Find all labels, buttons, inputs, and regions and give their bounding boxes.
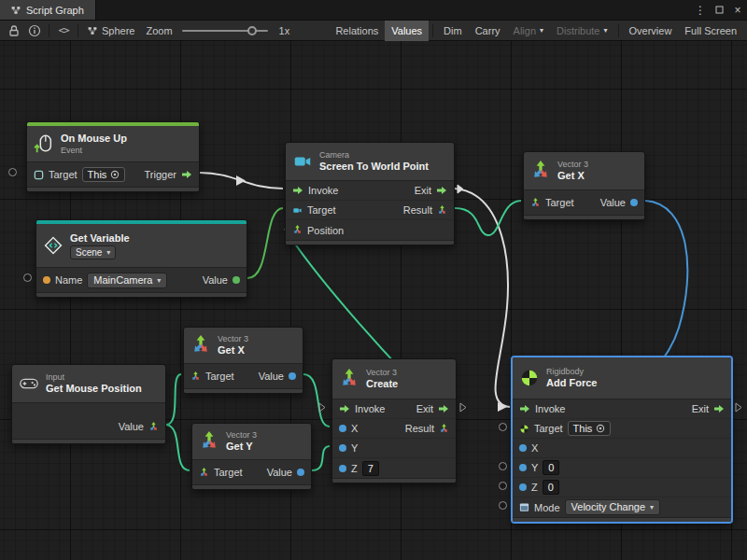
maximize-icon[interactable]: [710, 0, 728, 20]
exec-in-icon[interactable]: [339, 404, 350, 413]
overview-button[interactable]: Overview: [623, 21, 679, 41]
float-port-icon[interactable]: [519, 444, 527, 452]
float-port-icon[interactable]: [339, 465, 346, 472]
y-input[interactable]: 0: [543, 460, 559, 475]
node-header: Vector 3 Get X: [184, 328, 303, 363]
wire-mouse-to-gety-target[interactable]: [166, 425, 190, 470]
node-get-x-top[interactable]: Vector 3 Get X Target Value: [523, 151, 645, 220]
this-chip[interactable]: This: [82, 167, 126, 182]
kebab-menu-icon[interactable]: ⋮: [691, 0, 710, 20]
float-port-icon[interactable]: [519, 464, 527, 471]
node-footer: [27, 187, 199, 191]
vector3-port-icon[interactable]: [437, 205, 447, 216]
variable-name-value: MainCamera: [93, 274, 152, 287]
port-pin[interactable]: [499, 423, 507, 431]
vector3-port-icon[interactable]: [148, 422, 159, 432]
exec-out-icon[interactable]: [181, 170, 192, 179]
vector3-port-icon[interactable]: [199, 468, 209, 478]
node-add-force[interactable]: Rigidbody Add Force Invoke Exit Target T…: [512, 357, 732, 523]
port-pin[interactable]: [499, 482, 507, 490]
node-on-mouse-up[interactable]: On Mouse Up Event Target This Trigger: [26, 121, 200, 192]
zoom-slider[interactable]: [182, 30, 268, 32]
port-row-z: Z 0: [513, 478, 731, 497]
exec-in-icon[interactable]: [519, 404, 530, 413]
port-label: Value: [259, 371, 284, 382]
relations-button[interactable]: Relations: [329, 21, 385, 41]
exec-out-icon[interactable]: [438, 404, 449, 413]
node-title: Get X: [557, 170, 588, 182]
port-label: X: [351, 423, 358, 434]
full-screen-button[interactable]: Full Screen: [678, 21, 743, 41]
dropdown-caret-icon: ▾: [157, 274, 161, 287]
this-chip[interactable]: This: [568, 421, 612, 436]
exec-out-icon[interactable]: [436, 186, 447, 195]
port-pin[interactable]: [499, 462, 507, 470]
z-input[interactable]: 0: [543, 480, 559, 495]
wire-mouse-to-getx-target[interactable]: [166, 374, 181, 425]
carry-button[interactable]: Carry: [469, 21, 507, 41]
float-port-icon[interactable]: [339, 425, 346, 432]
graph-context[interactable]: Sphere: [82, 21, 140, 41]
target-dot-icon: [596, 424, 605, 433]
target-dot-icon: [110, 170, 120, 179]
distribute-button[interactable]: Distribute▾: [550, 21, 613, 41]
close-icon[interactable]: ×: [728, 0, 747, 20]
port-pin[interactable]: [499, 501, 507, 510]
node-screen-to-world-point[interactable]: Camera Screen To World Point Invoke Exit…: [285, 142, 455, 245]
node-header: Vector 3 Get X: [524, 152, 644, 189]
vector3-icon: [190, 335, 211, 356]
node-get-x[interactable]: Vector 3 Get X Target Value: [183, 327, 303, 394]
node-create-vector3[interactable]: Vector 3 Create Invoke Exit X Result: [331, 358, 457, 483]
align-button[interactable]: Align▾: [507, 21, 550, 41]
code-icon[interactable]: <>: [53, 21, 74, 41]
z-input[interactable]: 7: [362, 461, 379, 476]
mode-dropdown[interactable]: Velocity Change ▾: [565, 499, 661, 515]
node-get-y[interactable]: Vector 3 Get Y Target Value: [191, 423, 312, 490]
float-port-icon[interactable]: [297, 469, 304, 476]
wire-gety-to-create-y[interactable]: [312, 446, 330, 470]
wire-getx-to-create-x[interactable]: [303, 374, 330, 427]
float-port-icon[interactable]: [630, 199, 638, 206]
float-port-icon[interactable]: [519, 483, 527, 491]
wire-exit-to-addforce-invoke[interactable]: [455, 189, 510, 407]
rigidbody-type-icon[interactable]: [519, 424, 529, 434]
vector3-port-icon[interactable]: [530, 198, 541, 208]
zoom-slider-handle[interactable]: [247, 26, 257, 35]
zoom-label: Zoom: [146, 25, 172, 36]
vector3-port-icon[interactable]: [292, 225, 303, 235]
values-button[interactable]: Values: [385, 21, 429, 41]
vector3-port-icon[interactable]: [439, 424, 449, 434]
object-port-icon[interactable]: [233, 276, 240, 284]
enum-icon[interactable]: [519, 502, 529, 512]
camera-type-icon[interactable]: [292, 205, 303, 216]
gameobject-icon: [34, 170, 44, 180]
dim-button[interactable]: Dim: [437, 21, 469, 41]
tab-script-graph[interactable]: Script Graph: [0, 0, 96, 20]
vector3-port-icon[interactable]: [190, 371, 201, 382]
zoom-level: 1x: [279, 25, 290, 36]
port-pin[interactable]: [8, 168, 17, 176]
float-port-icon[interactable]: [289, 372, 296, 380]
variable-scope-dropdown[interactable]: Scene ▾: [70, 245, 116, 259]
window-tab-bar: Script Graph ⋮ ×: [0, 0, 747, 21]
port-pin-triangle[interactable]: [735, 402, 742, 413]
graph-canvas[interactable]: On Mouse Up Event Target This Trigger: [0, 41, 747, 560]
port-pin-triangle[interactable]: [318, 402, 326, 413]
info-icon[interactable]: [24, 21, 45, 41]
exec-out-icon[interactable]: [713, 404, 725, 413]
variable-name-dropdown[interactable]: MainCamera ▾: [87, 273, 167, 288]
node-get-variable[interactable]: Get Variable Scene ▾ Name MainCamera ▾ V…: [35, 219, 247, 298]
float-port-icon[interactable]: [339, 444, 346, 452]
port-pin-triangle[interactable]: [459, 402, 467, 413]
port-label: Value: [203, 274, 228, 286]
node-get-mouse-position[interactable]: Input Get Mouse Position Value: [11, 364, 166, 444]
port-pin-triangle[interactable]: [457, 184, 464, 194]
dropdown-caret-icon: ▾: [540, 26, 543, 35]
wire-variable-to-camera-target[interactable]: [247, 208, 283, 278]
lock-icon[interactable]: [4, 21, 24, 41]
string-port-icon[interactable]: [43, 276, 50, 284]
port-pin[interactable]: [23, 273, 32, 282]
toolbar-buttons: Relations Values Dim Carry Align▾ Distri…: [329, 21, 743, 41]
dropdown-caret-icon: ▾: [650, 501, 654, 513]
exec-in-icon[interactable]: [292, 186, 303, 195]
